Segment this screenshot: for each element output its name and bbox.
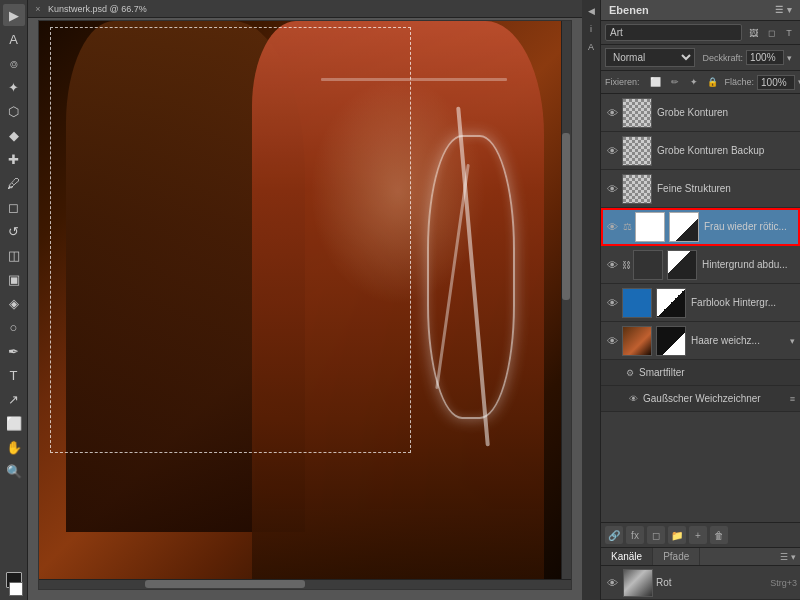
opacity-label: Deckkraft: — [702, 53, 743, 63]
lock-icons: ⬜ ✏ ✦ 🔒 — [648, 74, 721, 90]
layer-name-3: Frau wieder rötic... — [701, 221, 797, 232]
tool-zoom[interactable]: 🔍 — [3, 460, 25, 482]
filter-lock-icon[interactable]: ◻ — [763, 25, 779, 41]
tool-eyedropper[interactable]: ◆ — [3, 124, 25, 146]
lock-transparent-icon[interactable]: ⬜ — [648, 74, 664, 90]
channel-shortcut-rot: Strg+3 — [770, 578, 797, 588]
tool-type[interactable]: T — [3, 364, 25, 386]
tool-pen[interactable]: ✒ — [3, 340, 25, 362]
opacity-input[interactable] — [746, 50, 784, 65]
figure-female — [252, 21, 545, 589]
channels-panel-collapse[interactable]: ▾ — [791, 552, 796, 562]
tool-gradient[interactable]: ▣ — [3, 268, 25, 290]
layer-thumb-1 — [622, 136, 652, 166]
tool-stamp[interactable]: ◻ — [3, 196, 25, 218]
tab-pfade[interactable]: Pfade — [653, 548, 700, 565]
layer-eye-icon-6[interactable]: 👁 — [604, 333, 620, 349]
layer-eye-icon-0[interactable]: 👁 — [604, 105, 620, 121]
tab-close-icon[interactable]: × — [32, 3, 44, 15]
tool-brush[interactable]: 🖊 — [3, 172, 25, 194]
new-layer-icon[interactable]: + — [689, 526, 707, 544]
layer-thumb-5 — [622, 288, 652, 318]
layer-adjust-icon-3: ⚖ — [623, 221, 632, 232]
layer-thumb-0 — [622, 98, 652, 128]
filter-kind-icon[interactable]: 🖼 — [745, 25, 761, 41]
link-layers-icon[interactable]: 🔗 — [605, 526, 623, 544]
layer-item-gausscher[interactable]: 👁 Gaußscher Weichzeichner ≡ — [601, 386, 800, 412]
canvas-scrollbar-y[interactable] — [561, 21, 571, 579]
tool-hand[interactable]: ✋ — [3, 436, 25, 458]
panel-collapse-icon[interactable]: ▾ — [787, 5, 792, 15]
channel-item-rot[interactable]: 👁 Rot Strg+3 — [601, 566, 800, 600]
tool-blur[interactable]: ◈ — [3, 292, 25, 314]
tool-history[interactable]: ↺ — [3, 220, 25, 242]
layer-extra-6: ▾ — [790, 336, 797, 346]
tab-kanale[interactable]: Kanäle — [601, 548, 653, 565]
opacity-dropdown-icon[interactable]: ▾ — [787, 53, 792, 63]
channels-panel-options[interactable]: ☰ — [780, 552, 788, 562]
layer-eye-icon-3[interactable]: 👁 — [604, 219, 620, 235]
document-tab-bar: × Kunstwerk.psd @ 66.7% — [28, 0, 582, 18]
blend-mode-select[interactable]: Normal — [605, 48, 695, 67]
layer-item-farblook-hintergr[interactable]: 👁 Farblook Hintergr... — [601, 284, 800, 322]
lock-row: Fixieren: ⬜ ✏ ✦ 🔒 Fläche: ▾ — [601, 71, 800, 94]
fill-label: Fläche: — [725, 77, 755, 87]
tool-heal[interactable]: ✚ — [3, 148, 25, 170]
channel-eye-icon[interactable]: 👁 — [604, 575, 620, 591]
lock-all-icon[interactable]: 🔒 — [705, 74, 721, 90]
layer-name-0: Grobe Konturen — [654, 107, 797, 118]
strip-collapse-icon[interactable]: ◀ — [584, 4, 598, 18]
layer-name-5: Farblook Hintergr... — [688, 297, 797, 308]
layer-item-hintergrund-abdu[interactable]: 👁 ⛓ Hintergrund abdu... — [601, 246, 800, 284]
tool-wand[interactable]: ✦ — [3, 76, 25, 98]
new-group-icon[interactable]: 📁 — [668, 526, 686, 544]
gausscher-extra-icon: ≡ — [790, 394, 795, 404]
layer-eye-icon-4[interactable]: 👁 — [604, 257, 620, 273]
tool-crop[interactable]: ⬡ — [3, 100, 25, 122]
fill-input[interactable] — [757, 75, 795, 90]
layer-thumb-2 — [622, 174, 652, 204]
panel-options-icon[interactable]: ☰ — [775, 5, 783, 15]
layer-item-haare-weichz[interactable]: 👁 Haare weichz... ▾ — [601, 322, 800, 360]
layer-eye-icon-2[interactable]: 👁 — [604, 181, 620, 197]
add-fx-icon[interactable]: fx — [626, 526, 644, 544]
tool-shape[interactable]: ⬜ — [3, 412, 25, 434]
lock-position-icon[interactable]: ✦ — [686, 74, 702, 90]
add-mask-icon[interactable]: ◻ — [647, 526, 665, 544]
layers-panel-header: Ebenen ☰ ▾ — [601, 0, 800, 21]
channels-paths-panel: Kanäle Pfade ☰ ▾ 👁 Rot Strg+3 — [601, 547, 800, 600]
scrollbar-x-thumb[interactable] — [145, 580, 305, 588]
tool-eraser[interactable]: ◫ — [3, 244, 25, 266]
tool-dodge[interactable]: ○ — [3, 316, 25, 338]
delete-layer-icon[interactable]: 🗑 — [710, 526, 728, 544]
fill-section: Fläche: ▾ — [725, 75, 800, 90]
tool-lasso[interactable]: ⌾ — [3, 52, 25, 74]
filter-text-icon[interactable]: T — [781, 25, 797, 41]
layer-name-4: Hintergrund abdu... — [699, 259, 797, 270]
layer-item-frau-wieder-rotlic[interactable]: 👁 ⚖ Frau wieder rötic... — [601, 208, 800, 246]
layer-eye-icon-gausscher[interactable]: 👁 — [629, 394, 638, 404]
lock-pixels-icon[interactable]: ✏ — [667, 74, 683, 90]
layer-search-input[interactable] — [605, 24, 742, 41]
strip-icon-2[interactable]: A — [584, 40, 598, 54]
layer-item-grobe-konturen[interactable]: 👁 Grobe Konturen — [601, 94, 800, 132]
blend-mode-row: Normal Deckkraft: ▾ — [601, 45, 800, 71]
tool-background-color[interactable] — [9, 582, 23, 596]
document-tab-label: Kunstwerk.psd @ 66.7% — [48, 4, 147, 14]
layer-item-smartfilter[interactable]: ⚙ Smartfilter — [601, 360, 800, 386]
lock-label: Fixieren: — [605, 77, 640, 87]
tool-select[interactable]: A — [3, 28, 25, 50]
layer-mask-4 — [667, 250, 697, 280]
right-strip: ◀ i A — [582, 0, 600, 600]
layer-eye-icon-1[interactable]: 👁 — [604, 143, 620, 159]
canvas-scrollbar-x[interactable] — [39, 579, 571, 589]
layer-item-grobe-konturen-backup[interactable]: 👁 Grobe Konturen Backup — [601, 132, 800, 170]
scrollbar-y-thumb[interactable] — [562, 133, 570, 300]
tool-path[interactable]: ↗ — [3, 388, 25, 410]
strip-icon-1[interactable]: i — [584, 22, 598, 36]
layer-item-feine-strukturen[interactable]: 👁 Feine Strukturen — [601, 170, 800, 208]
canvas-wrapper[interactable] — [38, 20, 572, 590]
tool-move[interactable]: ▶ — [3, 4, 25, 26]
layers-panel-footer: 🔗 fx ◻ 📁 + 🗑 — [601, 522, 800, 547]
layer-eye-icon-5[interactable]: 👁 — [604, 295, 620, 311]
